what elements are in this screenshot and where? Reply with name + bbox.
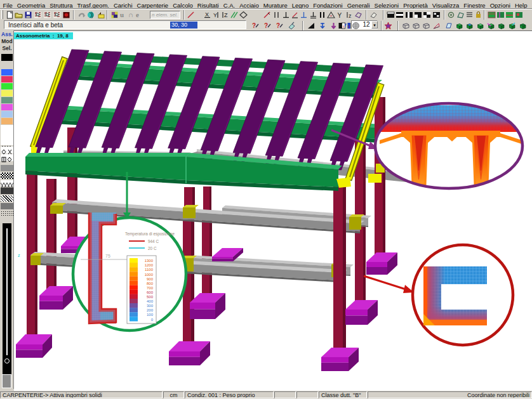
svg-text:1300: 1300 <box>145 259 154 263</box>
svg-text:z: z <box>349 13 352 19</box>
svg-text:1200: 1200 <box>145 263 154 267</box>
svg-text:f: f <box>345 22 347 28</box>
svg-text:?: ? <box>252 22 256 29</box>
svg-text:z: z <box>18 253 20 258</box>
svg-text:200: 200 <box>147 308 154 312</box>
svg-text:800: 800 <box>147 282 154 285</box>
svg-text:Y: Y <box>213 12 217 18</box>
svg-text:600: 600 <box>147 291 154 294</box>
svg-text:Temperatura di esposizione: Temperatura di esposizione <box>125 232 175 237</box>
svg-text:Z: Z <box>224 12 228 18</box>
svg-text:944 C: 944 C <box>148 239 159 244</box>
svg-text:900: 900 <box>147 277 154 281</box>
svg-text:X: X <box>205 11 209 18</box>
svg-text:100: 100 <box>147 313 154 317</box>
svg-text:?: ? <box>264 22 268 29</box>
svg-text:300: 300 <box>147 304 154 308</box>
svg-text:75: 75 <box>105 254 110 258</box>
svg-text:700: 700 <box>147 286 154 290</box>
svg-text:500: 500 <box>147 295 154 299</box>
svg-text:20 C: 20 C <box>148 246 157 251</box>
svg-text:400: 400 <box>147 299 154 303</box>
svg-text:Y: Y <box>338 12 342 19</box>
svg-text:ı: ı <box>348 23 349 29</box>
svg-text:?: ? <box>276 22 280 29</box>
svg-text:1100: 1100 <box>145 268 154 271</box>
svg-text:ı: ı <box>343 23 344 29</box>
svg-text:1000: 1000 <box>145 273 154 277</box>
